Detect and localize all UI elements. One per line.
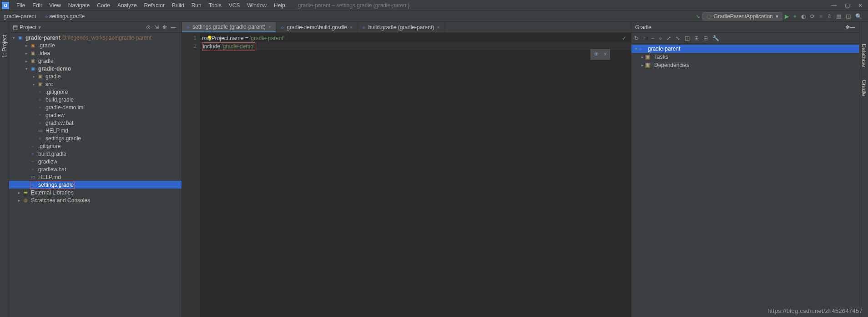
tree-item-label: gradle xyxy=(45,73,61,80)
gradle-tree[interactable]: ▾ ⟐ gradle-parent ▸ ▣ Tasks ▸ ▣ Dependen… xyxy=(631,44,859,317)
analyze-deps-icon[interactable]: ⊞ xyxy=(694,35,699,41)
hide-panel-icon[interactable]: — xyxy=(171,24,176,31)
profile-icon[interactable]: ⟳ xyxy=(810,13,815,20)
tree-item-settings-gradle[interactable]: ⟐settings.gradle xyxy=(9,181,182,189)
tree-item-label: build.gradle xyxy=(38,151,66,157)
close-tab-icon[interactable]: × xyxy=(350,25,353,30)
tree-item-scratches-and-consoles[interactable]: ◎Scratches and Consoles xyxy=(9,196,182,204)
maximize-icon[interactable]: ▢ xyxy=(845,2,850,9)
database-tool-tab[interactable]: Database xyxy=(860,40,868,71)
menu-refactor[interactable]: Refactor xyxy=(141,2,168,9)
menu-view[interactable]: View xyxy=(45,2,65,9)
menu-edit[interactable]: Edit xyxy=(29,2,45,9)
close-window-icon[interactable]: ✕ xyxy=(858,2,863,9)
chevron-down-icon[interactable]: ▾ xyxy=(38,24,41,31)
menu-navigate[interactable]: Navigate xyxy=(65,2,93,9)
tree-item-build-gradle[interactable]: ⟐build.gradle xyxy=(9,96,182,103)
menu-analyze[interactable]: Analyze xyxy=(114,2,141,9)
menu-tools[interactable]: Tools xyxy=(205,2,225,9)
tree-item-gradle[interactable]: ▣gradle xyxy=(9,72,182,80)
tree-item--idea[interactable]: ▣.idea xyxy=(9,49,182,57)
breadcrumb-root[interactable]: gradle-parent xyxy=(4,13,36,20)
tree-item-gradle[interactable]: ▣gradle xyxy=(9,57,182,65)
tree-item-gradlew-bat[interactable]: ▫gradlew.bat xyxy=(9,119,182,127)
tree-item-build-gradle[interactable]: ⟐build.gradle xyxy=(9,150,182,158)
menu-help[interactable]: Help xyxy=(270,2,289,9)
git-update-icon[interactable]: ⇩ xyxy=(827,13,832,20)
split-icon[interactable]: ◫ xyxy=(846,13,851,20)
wrench-icon[interactable]: 🔧 xyxy=(712,35,719,41)
tree-item-help-md[interactable]: ▭HELP.md xyxy=(9,173,182,181)
gear-icon[interactable]: ✻ xyxy=(162,24,167,31)
coverage-icon[interactable]: ◐ xyxy=(801,13,806,20)
toggle-offline-icon[interactable]: ◫ xyxy=(685,35,690,41)
gear-icon[interactable]: ✻ xyxy=(845,24,850,31)
locate-icon[interactable]: ⊙ xyxy=(146,24,151,31)
tree-item-src[interactable]: ▣src xyxy=(9,80,182,88)
project-tool-tab[interactable]: 1: Project xyxy=(0,31,9,61)
gradle-dependencies[interactable]: ▸ ▣ Dependencies xyxy=(631,61,859,69)
add-icon[interactable]: + xyxy=(643,35,646,41)
tree-item--gradle[interactable]: ▣.gradle xyxy=(9,41,182,49)
window-title: gradle-parent – settings.gradle (gradle-… xyxy=(298,2,831,9)
menu-window[interactable]: Window xyxy=(243,2,270,9)
tab-gradle-demo-build[interactable]: ⟐ gradle-demo\build.gradle × xyxy=(276,22,358,32)
tree-item-gradle-demo-iml[interactable]: ▫gradle-demo.iml xyxy=(9,103,182,111)
build-hammer-icon[interactable]: ↘ xyxy=(696,13,700,20)
run-icon[interactable]: ▶ xyxy=(785,13,789,20)
minimize-icon[interactable]: — xyxy=(831,2,837,9)
tree-item-label: gradle xyxy=(38,58,53,64)
menu-code[interactable]: Code xyxy=(93,2,114,9)
stop-icon[interactable]: ■ xyxy=(819,13,823,20)
expand-icon[interactable]: ⤢ xyxy=(666,35,671,41)
project-tree[interactable]: ▣ gradle-parent D:\legends_workspace\gra… xyxy=(9,33,182,317)
execute-icon[interactable]: ⟐ xyxy=(659,35,662,41)
editor-body[interactable]: 1 2 💡 rootProject.name = 'gradle-parent'… xyxy=(182,33,631,317)
tree-item--gitignore[interactable]: ▫.gitignore xyxy=(9,88,182,96)
gradle-tool-tab[interactable]: Gradle xyxy=(860,76,868,100)
gradle-icon: ⟐ xyxy=(36,135,44,142)
tab-build-gradle-parent[interactable]: ⟐ build.gradle (gradle-parent) × xyxy=(358,22,444,32)
intention-bulb-icon[interactable]: 💡 xyxy=(207,35,213,42)
reader-mode-indicator[interactable]: 👁 × xyxy=(590,49,610,60)
tree-item-gradlew[interactable]: ▫gradlew xyxy=(9,111,182,119)
folder-icon: ▣ xyxy=(645,62,652,68)
collapse-icon[interactable]: ⤡ xyxy=(676,35,680,41)
menu-vcs[interactable]: VCS xyxy=(225,2,244,9)
close-indicator-icon[interactable]: × xyxy=(604,51,607,58)
md-icon: ▭ xyxy=(36,128,44,134)
close-tab-icon[interactable]: × xyxy=(268,24,271,30)
remove-icon[interactable]: − xyxy=(651,35,654,41)
editor-tabs: ⟐ settings.gradle (gradle-parent) × ⟐ gr… xyxy=(182,22,631,33)
hide-panel-icon[interactable]: — xyxy=(850,24,855,31)
tree-item-gradlew[interactable]: ▫gradlew xyxy=(9,158,182,165)
tree-root[interactable]: ▣ gradle-parent D:\legends_workspace\gra… xyxy=(9,34,182,41)
breadcrumb-file[interactable]: settings.gradle xyxy=(49,13,85,20)
tree-item--gitignore[interactable]: ▫.gitignore xyxy=(9,142,182,150)
debug-icon[interactable]: ⌖ xyxy=(793,13,797,20)
menu-build[interactable]: Build xyxy=(168,2,188,9)
menu-file[interactable]: File xyxy=(13,2,29,9)
refresh-icon[interactable]: ↻ xyxy=(634,35,639,41)
search-everywhere-icon[interactable]: 🔍 xyxy=(855,13,862,20)
show-dependencies-icon[interactable]: ⊟ xyxy=(703,35,708,41)
tab-settings-gradle-parent[interactable]: ⟐ settings.gradle (gradle-parent) × xyxy=(182,22,276,32)
menu-run[interactable]: Run xyxy=(188,2,205,9)
close-tab-icon[interactable]: × xyxy=(437,25,439,30)
code-content[interactable]: 💡 rootProject.name = 'gradle-parent' inc… xyxy=(200,33,631,317)
run-configuration-dropdown[interactable]: ◌ GradleParentApplication ▾ xyxy=(702,12,782,20)
gradle-tasks[interactable]: ▸ ▣ Tasks xyxy=(631,53,859,61)
tree-item-gradlew-bat[interactable]: ▫gradlew.bat xyxy=(9,165,182,173)
tree-item-help-md[interactable]: ▭HELP.md xyxy=(9,127,182,134)
analysis-ok-icon[interactable]: ✓ xyxy=(622,35,626,42)
tree-item-label: gradlew.bat xyxy=(45,120,73,126)
tree-item-external-libraries[interactable]: ☰External Libraries xyxy=(9,189,182,196)
expand-all-icon[interactable]: ⇲ xyxy=(154,24,159,31)
tree-item-settings-gradle[interactable]: ⟐settings.gradle xyxy=(9,134,182,142)
gradle-root[interactable]: ▾ ⟐ gradle-parent xyxy=(631,45,859,53)
tree-item-label: Scratches and Consoles xyxy=(31,197,90,204)
file-icon: ▫ xyxy=(36,112,44,118)
layout-icon[interactable]: ▦ xyxy=(836,13,841,20)
tree-item-gradle-demo[interactable]: ▣gradle-demo xyxy=(9,65,182,72)
md-icon: ▭ xyxy=(29,174,36,180)
